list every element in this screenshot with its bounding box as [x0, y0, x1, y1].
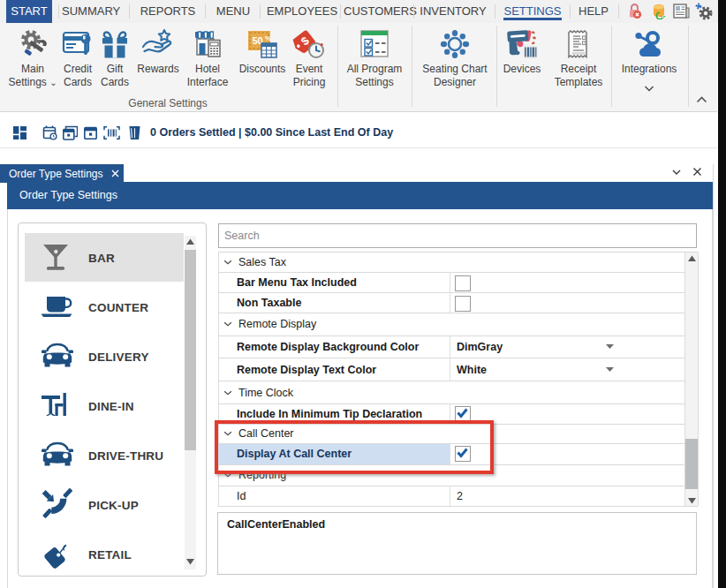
svg-text:%: %: [265, 34, 271, 42]
